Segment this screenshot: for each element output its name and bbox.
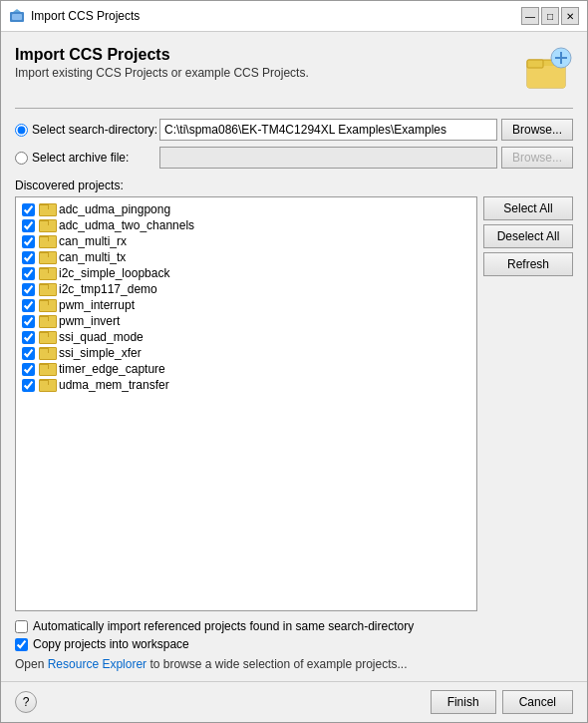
list-item[interactable]: i2c_simple_loopback [18, 265, 474, 281]
list-item[interactable]: can_multi_rx [18, 233, 474, 249]
folder-icon [39, 378, 55, 392]
cancel-button[interactable]: Cancel [502, 690, 573, 714]
minimize-button[interactable]: — [521, 7, 539, 25]
search-dir-browse-button[interactable]: Browse... [501, 119, 573, 141]
folder-icon [39, 346, 55, 360]
copy-projects-label: Copy projects into workspace [33, 637, 189, 651]
header-section: Import CCS Projects Import existing CCS … [15, 46, 573, 96]
archive-input[interactable] [159, 147, 497, 169]
svg-rect-1 [12, 14, 22, 20]
svg-rect-4 [527, 66, 565, 88]
project-name: pwm_invert [59, 314, 120, 328]
project-checkbox[interactable] [22, 219, 35, 232]
folder-icon [39, 218, 55, 232]
archive-browse-button[interactable]: Browse... [501, 147, 573, 169]
project-name: pwm_interrupt [59, 298, 135, 312]
dialog-subtitle: Import existing CCS Projects or example … [15, 66, 513, 80]
project-checkbox[interactable] [22, 235, 35, 248]
list-item[interactable]: pwm_interrupt [18, 297, 474, 313]
list-item[interactable]: pwm_invert [18, 313, 474, 329]
dialog-content: Import CCS Projects Import existing CCS … [1, 32, 587, 681]
project-name: i2c_simple_loopback [59, 266, 169, 280]
svg-rect-5 [527, 60, 543, 68]
project-name: udma_mem_transfer [59, 378, 169, 392]
title-bar: Import CCS Projects — □ ✕ [1, 1, 587, 32]
project-name: adc_udma_pingpong [59, 202, 170, 216]
search-dir-row: Select search-directory: Browse... [15, 119, 573, 141]
project-name: ssi_quad_mode [59, 330, 144, 344]
folder-icon [39, 314, 55, 328]
project-checkbox[interactable] [22, 363, 35, 376]
archive-radio[interactable] [15, 152, 28, 165]
projects-label: Discovered projects: [15, 179, 573, 192]
footer-buttons: Finish Cancel [431, 690, 573, 714]
project-name: ssi_simple_xfer [59, 346, 142, 360]
list-item[interactable]: ssi_simple_xfer [18, 345, 474, 361]
folder-icon [39, 298, 55, 312]
svg-marker-2 [13, 9, 21, 12]
help-button[interactable]: ? [15, 691, 37, 713]
archive-row: Select archive file: Browse... [15, 147, 573, 169]
footer: ? Finish Cancel [1, 681, 587, 722]
title-bar-controls: — □ ✕ [521, 7, 579, 25]
list-item[interactable]: adc_udma_two_channels [18, 217, 474, 233]
header-divider [15, 108, 573, 109]
list-item[interactable]: i2c_tmp117_demo [18, 281, 474, 297]
search-dir-label[interactable]: Select search-directory: [15, 123, 159, 137]
maximize-button[interactable]: □ [541, 7, 559, 25]
list-item[interactable]: timer_edge_capture [18, 361, 474, 377]
folder-icon [39, 362, 55, 376]
deselect-all-button[interactable]: Deselect All [483, 224, 573, 248]
copy-projects-checkbox[interactable] [15, 638, 28, 651]
project-name: i2c_tmp117_demo [59, 282, 157, 296]
link-prefix: Open [15, 657, 48, 671]
resource-explorer-row: Open Resource Explorer to browse a wide … [15, 657, 573, 671]
finish-button[interactable]: Finish [431, 690, 496, 714]
list-item[interactable]: can_multi_tx [18, 249, 474, 265]
side-buttons: Select All Deselect All Refresh [483, 196, 573, 611]
header-icon [523, 46, 573, 96]
header-text: Import CCS Projects Import existing CCS … [15, 46, 513, 80]
search-dir-input[interactable] [159, 119, 497, 141]
project-checkbox[interactable] [22, 251, 35, 264]
project-checkbox[interactable] [22, 347, 35, 360]
window-icon [9, 8, 25, 24]
auto-import-label: Automatically import referenced projects… [33, 619, 414, 633]
folder-icon [39, 330, 55, 344]
select-all-button[interactable]: Select All [483, 196, 573, 220]
link-suffix: to browse a wide selection of example pr… [147, 657, 407, 671]
project-checkbox[interactable] [22, 299, 35, 312]
project-name: can_multi_tx [59, 250, 126, 264]
project-name: adc_udma_two_channels [59, 218, 194, 232]
import-ccs-dialog: Import CCS Projects — □ ✕ Import CCS Pro… [0, 0, 588, 723]
folder-icon [39, 250, 55, 264]
search-dir-radio[interactable] [15, 124, 28, 137]
auto-import-row: Automatically import referenced projects… [15, 619, 573, 633]
project-checkbox[interactable] [22, 331, 35, 344]
list-item[interactable]: ssi_quad_mode [18, 329, 474, 345]
project-checkbox[interactable] [22, 379, 35, 392]
close-button[interactable]: ✕ [561, 7, 579, 25]
projects-area: adc_udma_pingpongadc_udma_two_channelsca… [15, 196, 573, 611]
folder-icon [39, 202, 55, 216]
auto-import-checkbox[interactable] [15, 620, 28, 633]
folder-icon [39, 282, 55, 296]
list-item[interactable]: adc_udma_pingpong [18, 201, 474, 217]
project-checkbox[interactable] [22, 283, 35, 296]
project-name: can_multi_rx [59, 234, 127, 248]
bottom-section: Automatically import referenced projects… [15, 619, 573, 671]
resource-explorer-link[interactable]: Resource Explorer [48, 657, 147, 671]
folder-icon [39, 266, 55, 280]
archive-label[interactable]: Select archive file: [15, 151, 159, 165]
copy-projects-row: Copy projects into workspace [15, 637, 573, 651]
project-checkbox[interactable] [22, 267, 35, 280]
project-checkbox[interactable] [22, 203, 35, 216]
folder-icon [39, 234, 55, 248]
list-item[interactable]: udma_mem_transfer [18, 377, 474, 393]
title-bar-text: Import CCS Projects [31, 9, 515, 23]
project-checkbox[interactable] [22, 315, 35, 328]
dialog-title: Import CCS Projects [15, 46, 513, 64]
refresh-button[interactable]: Refresh [483, 252, 573, 276]
projects-list[interactable]: adc_udma_pingpongadc_udma_two_channelsca… [15, 196, 477, 611]
project-name: timer_edge_capture [59, 362, 165, 376]
